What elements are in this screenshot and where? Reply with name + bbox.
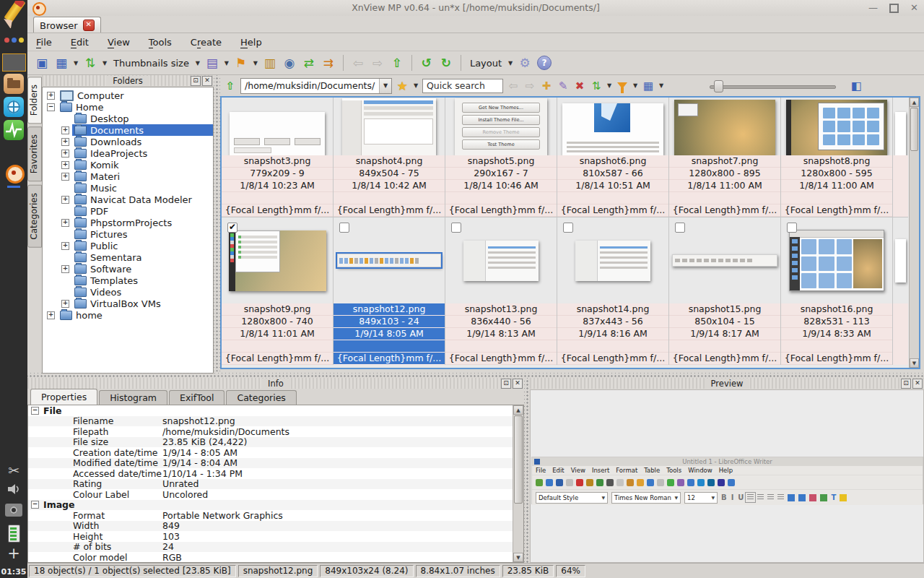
properties-scrollbar[interactable]: ▲ ▼ — [513, 405, 523, 562]
compare-icon[interactable]: ▥ — [261, 53, 279, 72]
scrollbar-thumb[interactable] — [514, 415, 523, 504]
tab-browser[interactable]: Browser ✕ — [33, 17, 101, 33]
thumbnail-cell-snapshot14[interactable]: snapshot14.png837x443 - 561/9/14 8:16 AM… — [557, 217, 669, 365]
thumbnail-cell-snapshot16[interactable]: snapshot16.png828x531 - 1131/9/14 8:33 A… — [781, 217, 893, 365]
tree-expander-icon[interactable]: + — [61, 265, 69, 273]
rotate-right-icon[interactable]: ↻ — [437, 53, 455, 72]
thumbnail-cell-partial[interactable] — [893, 217, 908, 365]
convert-icon[interactable]: ⇄ — [300, 53, 318, 72]
side-tab-folders[interactable]: Folders — [27, 77, 42, 124]
window-preview-thumbnail[interactable] — [2, 53, 26, 72]
tree-item-public[interactable]: +Public — [43, 240, 213, 251]
sort-icon[interactable]: ⇅ — [589, 78, 603, 94]
tree-expander-icon[interactable]: + — [61, 196, 69, 204]
tree-item-videos[interactable]: +Videos — [43, 286, 213, 298]
new-folder-icon[interactable]: ✚ — [539, 78, 554, 94]
capture-icon[interactable]: ◉ — [281, 53, 298, 72]
tree-expander-icon[interactable]: + — [47, 311, 55, 319]
scroll-up-icon[interactable]: ▲ — [513, 405, 523, 415]
thumbnail-cell-snapshot5[interactable]: Get New Themes...Install Theme File...Re… — [445, 98, 557, 217]
tree-item-pdf[interactable]: +PDF — [43, 205, 213, 217]
volume-icon[interactable] — [0, 483, 27, 498]
tree-expander-icon[interactable]: + — [47, 92, 55, 100]
tree-item-pictures[interactable]: +Pictures — [43, 228, 213, 240]
rename-icon[interactable]: ✎ — [556, 78, 570, 94]
side-tab-categories[interactable]: Categories — [27, 185, 42, 248]
tree-expander-icon[interactable]: + — [61, 126, 69, 134]
tree-item-templates[interactable]: +Templates — [43, 275, 213, 286]
tree-item-computer[interactable]: +Computer — [43, 90, 213, 101]
back-icon[interactable]: ⇦ — [349, 53, 367, 72]
sort-order-icon[interactable]: ⇅ — [82, 53, 99, 72]
float-panel-icon[interactable]: ⊡ — [901, 379, 911, 389]
thumbnail-cell-snapshot4[interactable]: snapshot4.png849x504 - 751/8/14 10:42 AM… — [334, 98, 445, 217]
thumbnail-image[interactable] — [463, 241, 539, 281]
pane-layout-icon[interactable]: ◧ — [849, 78, 863, 94]
thumbnail-image[interactable] — [229, 230, 326, 291]
delete-icon[interactable]: ✖ — [572, 78, 587, 94]
tag-icon-caret[interactable]: ▼ — [252, 60, 259, 66]
float-panel-icon[interactable]: ⊡ — [501, 379, 511, 389]
thumbnail-size-slider[interactable] — [710, 79, 836, 93]
restore-button[interactable] — [889, 4, 899, 13]
tree-expander-icon[interactable]: − — [47, 103, 55, 111]
minimize-button[interactable]: — — [868, 2, 878, 13]
float-panel-icon[interactable]: ⊡ — [191, 76, 201, 86]
info-tab-properties[interactable]: Properties — [30, 389, 97, 405]
thumbnail-image[interactable] — [342, 98, 436, 155]
view-mode-icon-caret[interactable]: ▼ — [658, 82, 665, 89]
thumbnail-image[interactable] — [575, 241, 650, 281]
close-panel-icon[interactable]: ✕ — [912, 379, 923, 389]
thumbnail-checkbox[interactable] — [787, 223, 797, 233]
tree-item-komik[interactable]: +Komik — [43, 159, 213, 171]
thumbnail-cell-snapshot12[interactable]: snapshot12.png849x103 - 241/9/14 8:05 AM… — [334, 217, 445, 365]
tree-expander-icon[interactable]: + — [61, 161, 69, 169]
xnview-dock-icon[interactable] — [6, 165, 25, 184]
tab-close-icon[interactable]: ✕ — [83, 20, 95, 31]
tree-item-home[interactable]: +home — [43, 309, 213, 321]
thumbnail-checkbox[interactable] — [339, 223, 349, 233]
thumbnail-cell-snapshot9[interactable]: ✔snapshot9.png1280x800 - 7401/8/14 11:01… — [222, 217, 334, 365]
pencil-launcher-icon[interactable] — [2, 1, 25, 28]
back-icon[interactable]: ⇦ — [506, 78, 520, 94]
scroll-down-icon[interactable]: ▼ — [513, 553, 523, 562]
tree-expander-icon[interactable]: + — [61, 242, 69, 250]
tree-item-navicat-data-modeler[interactable]: +Navicat Data Modeler — [43, 194, 213, 205]
tree-item-materi[interactable]: +Materi — [43, 171, 213, 182]
vertical-splitter[interactable] — [214, 75, 220, 371]
filter-icon-caret[interactable]: ▼ — [632, 82, 639, 89]
thumbnail-image[interactable] — [789, 230, 884, 291]
batch-convert-icon[interactable]: ⇉ — [320, 53, 337, 72]
thumbnail-cell-snapshot13[interactable]: snapshot13.png836x440 - 561/9/14 8:13 AM… — [445, 217, 557, 365]
tree-item-sementara[interactable]: +Sementara — [43, 251, 213, 263]
tree-expander-icon[interactable]: + — [61, 300, 69, 308]
thumbnail-cell-snapshot3[interactable]: snapshot3.png779x209 - 91/8/14 10:23 AM{… — [222, 98, 334, 217]
info-tab-exiftool[interactable]: ExifTool — [169, 390, 225, 405]
favorites-star-icon[interactable]: ★ — [395, 78, 409, 94]
thumbnail-image[interactable] — [337, 254, 441, 267]
menu-tools[interactable]: Tools — [149, 37, 172, 48]
quick-search-input[interactable] — [422, 79, 503, 93]
grid-view-icon[interactable]: ▦ — [53, 53, 70, 72]
forward-icon[interactable]: ⇨ — [523, 78, 537, 94]
menu-edit[interactable]: Edit — [71, 37, 89, 48]
thumbnail-cell-snapshot7[interactable]: snapshot7.png1280x800 - 8951/8/14 11:00 … — [669, 98, 781, 217]
thumbnail-checkbox[interactable] — [563, 223, 573, 233]
view-mode-icon[interactable]: ▦ — [641, 78, 655, 94]
tree-item-software[interactable]: +Software — [43, 263, 213, 275]
close-panel-icon[interactable]: ✕ — [202, 76, 212, 86]
view-image-icon[interactable]: ▣ — [33, 53, 51, 72]
slideshow-icon[interactable]: ▤ — [204, 53, 221, 72]
forward-icon[interactable]: ⇨ — [369, 53, 386, 72]
tree-item-desktop[interactable]: +Desktop — [43, 113, 213, 124]
thumbnail-checkbox[interactable]: ✔ — [227, 223, 237, 233]
titlebar[interactable]: XnView MP v0.64 - un*x [/home/muksidin/D… — [27, 0, 924, 16]
group-expander-icon[interactable]: − — [31, 501, 39, 509]
menu-create[interactable]: Create — [191, 37, 222, 48]
file-manager-icon[interactable] — [4, 74, 24, 94]
add-icon[interactable]: + — [0, 545, 27, 562]
favorites-caret-icon[interactable]: ▼ — [412, 82, 419, 89]
thumbnail-image[interactable] — [786, 100, 887, 155]
side-tab-favorites[interactable]: Favorites — [27, 126, 42, 181]
thumbnail-cell-snapshot8[interactable]: snapshot8.png1280x800 - 5951/8/14 11:00 … — [781, 98, 893, 217]
